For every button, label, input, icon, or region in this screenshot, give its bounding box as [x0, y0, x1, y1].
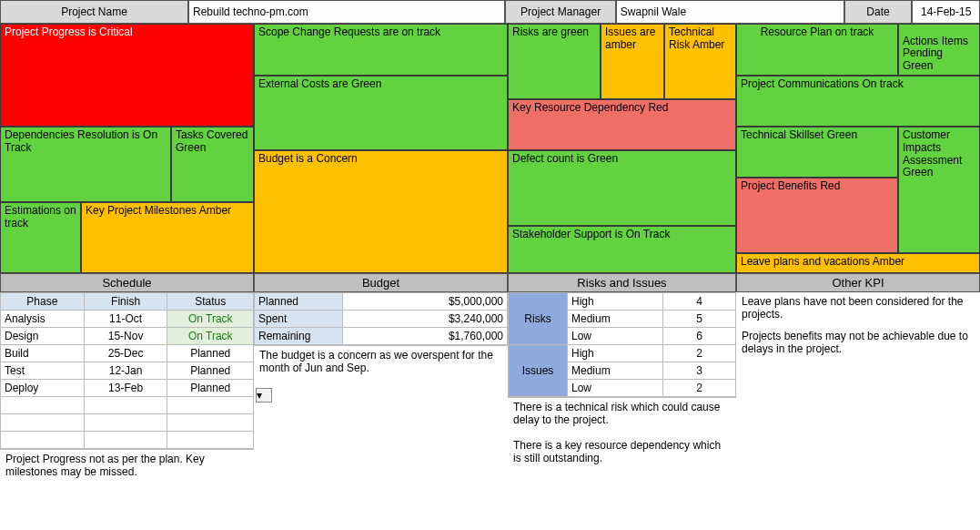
table-row: IssuesHigh2: [509, 345, 736, 362]
hm-proj-comms: Project Communications On track: [736, 76, 980, 127]
schedule-header: Schedule: [0, 273, 254, 292]
top-header: Project Name Rebuild techno-pm.com Proje…: [0, 0, 980, 24]
dropdown-handle-icon[interactable]: ▾: [256, 388, 272, 403]
date-value: 14-Feb-15: [912, 0, 980, 24]
hm-leave-plans: Leave plans and vacations Amber: [736, 253, 980, 273]
hm-customer-impacts: Customer Impacts Assessment Green: [898, 127, 980, 253]
table-row: Design15-NovOn Track: [1, 328, 254, 345]
kpi-section: Other KPI Leave plans have not been cons…: [736, 273, 980, 496]
hm-estimations: Estimations on track: [0, 202, 81, 273]
hm-key-resource-dep: Key Resource Dependency Red: [508, 99, 736, 150]
kpi-note1: Leave plans have not been considered for…: [736, 292, 980, 323]
hm-actions-items: Actions Items Pending Green: [898, 24, 980, 76]
hm-budget-concern: Budget is a Concern: [254, 150, 508, 273]
hm-defect-count: Defect count is Green: [508, 150, 736, 226]
pm-label: Project Manager: [505, 0, 615, 24]
hm-resource-plan: Resource Plan on track: [736, 24, 898, 76]
risks-header: Risks and Issues: [508, 273, 736, 292]
risks-table: RisksHigh4 Medium5 Low6 IssuesHigh2 Medi…: [508, 292, 736, 397]
hm-external-costs: External Costs are Green: [254, 76, 508, 150]
project-name-label: Project Name: [0, 0, 188, 24]
schedule-table: Phase Finish Status Analysis11-OctOn Tra…: [0, 292, 254, 449]
lower-grid: Schedule Phase Finish Status Analysis11-…: [0, 273, 980, 496]
hm-tech-skillset: Technical Skillset Green: [736, 127, 898, 178]
schedule-col-status: Status: [167, 293, 254, 311]
pm-value: Swapnil Wale: [616, 0, 844, 24]
schedule-col-phase: Phase: [1, 293, 85, 311]
issues-label: Issues: [509, 345, 568, 397]
hm-scope-change: Scope Change Requests are on track: [254, 24, 508, 76]
risks-note1: There is a technical risk which could ca…: [508, 397, 736, 429]
schedule-section: Schedule Phase Finish Status Analysis11-…: [0, 273, 254, 496]
hm-deps-resolution: Dependencies Resolution is On Track: [0, 127, 171, 202]
table-row: Planned$5,000,000: [255, 293, 508, 311]
table-row: Build25-DecPlanned: [1, 345, 254, 362]
risks-label: Risks: [509, 293, 568, 345]
heatmap-grid: Project Progress is Critical Dependencie…: [0, 24, 980, 273]
table-row: Deploy13-FebPlanned: [1, 380, 254, 397]
table-row: Spent$3,240,000: [255, 311, 508, 328]
hm-tasks-covered: Tasks Covered Green: [171, 127, 254, 202]
budget-section: Budget Planned$5,000,000 Spent$3,240,000…: [254, 273, 508, 496]
risks-section: Risks and Issues RisksHigh4 Medium5 Low6…: [508, 273, 736, 496]
schedule-note: Project Progress not as per the plan. Ke…: [0, 449, 254, 496]
hm-risks-green: Risks are green: [508, 24, 601, 99]
schedule-col-finish: Finish: [84, 293, 167, 311]
table-row: Remaining$1,760,000: [255, 328, 508, 345]
hm-stakeholder: Stakeholder Support is On Track: [508, 226, 736, 273]
date-label: Date: [844, 0, 913, 24]
budget-note: The budget is a concern as we overspent …: [254, 345, 508, 386]
hm-key-milestones: Key Project Milestones Amber: [81, 202, 254, 273]
risks-note2: There is a key resource dependency which…: [508, 436, 736, 467]
project-name-value: Rebuild techno-pm.com: [188, 0, 505, 24]
table-row: Test12-JanPlanned: [1, 362, 254, 380]
table-row: Analysis11-OctOn Track: [1, 311, 254, 328]
kpi-note2: Projects benefits may not be achievable …: [736, 327, 980, 358]
hm-issues-amber: Issues are amber: [601, 24, 664, 99]
table-row: RisksHigh4: [509, 293, 736, 311]
hm-proj-benefits: Project Benefits Red: [736, 178, 898, 253]
kpi-header: Other KPI: [736, 273, 980, 292]
hm-project-progress: Project Progress is Critical: [0, 24, 254, 127]
hm-tech-risk-amber: Technical Risk Amber: [664, 24, 736, 99]
budget-header: Budget: [254, 273, 508, 292]
budget-table: Planned$5,000,000 Spent$3,240,000 Remain…: [254, 292, 508, 345]
